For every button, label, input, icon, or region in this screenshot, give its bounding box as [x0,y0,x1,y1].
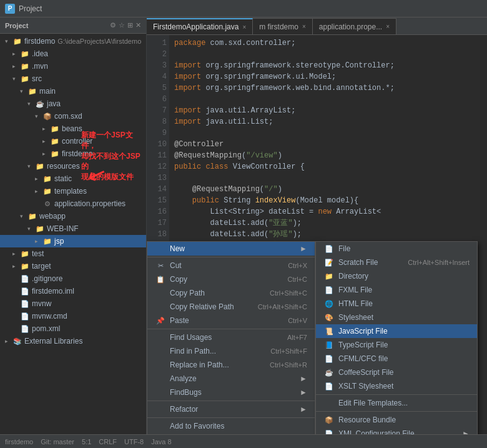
submenu-item-directory[interactable]: 📁 Directory [316,269,477,283]
submenu-label: Directory [338,272,470,281]
submenu-item-fxml[interactable]: 📄 FXML File [316,283,477,297]
tab-close-icon[interactable]: × [386,23,390,30]
separator [316,394,477,395]
tree-label: templates [54,187,87,196]
menu-item-copy-path[interactable]: Copy Path Ctrl+Shift+C [147,286,315,300]
submenu-item-javascript[interactable]: 📜 JavaScript File [316,324,477,338]
arrow-icon: ► [300,244,307,253]
arrow-icon: ► [300,405,307,414]
bottom-encoding[interactable]: UTF-8 [124,438,144,446]
tree-item-mvnw[interactable]: 📄 mvnw [0,297,146,310]
tree-item-resources[interactable]: ▾ 📁 resources [0,160,146,172]
submenu-item-html[interactable]: 🌐 HTML File [316,297,477,311]
submenu-item-file[interactable]: 📄 File [316,242,477,256]
menu-item-replace-in-path[interactable]: Replace in Path... Ctrl+Shift+R [147,358,315,372]
menu-item-refactor[interactable]: Refactor ► [147,402,315,416]
submenu-item-resource-bundle[interactable]: 📦 Resource Bundle [316,413,477,427]
submenu-label: XML Configuration File [338,429,460,434]
menu-item-copy-rel-path[interactable]: Copy Relative Path Ctrl+Alt+Shift+C [147,300,315,314]
folder-icon: 📁 [42,174,52,183]
submenu-item-edit-templates[interactable]: Edit File Templates... [316,396,477,410]
menu-item-analyze[interactable]: Analyze ► [147,372,315,386]
shortcut: Ctrl+X [288,262,307,269]
tree-item-controller[interactable]: ▸ 📁 controller [0,135,146,147]
submenu-item-typescript[interactable]: 📘 TypeScript File [316,338,477,352]
tab-label: FirstdemoApplication.java [153,22,239,31]
tree-item-iml[interactable]: 📄 firstdemo.iml [0,285,146,297]
submenu-item-scratch[interactable]: 📝 Scratch File Ctrl+Alt+Shift+Insert [316,256,477,269]
tab-close-icon[interactable]: × [242,24,246,31]
folder-icon: 📁 [20,74,30,83]
title-text: Project [19,4,42,13]
tree-item-app-props[interactable]: ⚙ application.properties [0,197,146,210]
menu-item-find-usages[interactable]: Find Usages Alt+F7 [147,331,315,344]
separator [147,401,315,401]
tab-firstdemo[interactable]: m firstdemo × [253,18,313,34]
menu-label: New [170,244,297,253]
tree-item-templates[interactable]: ▸ 📁 templates [0,185,146,197]
tree-arrow: ▸ [12,51,20,57]
tree-label: beans [62,124,82,133]
project-tree[interactable]: ▾ 📁 firstdemo G:\ideaProjects\A\firstdem… [0,34,146,434]
tab-app-props[interactable]: application.prope... × [313,18,396,34]
gear-icon[interactable]: ⚙ [110,21,116,29]
menu-item-show-thumbnails[interactable]: Show Image Thumbnails Ctrl+Shift+T [147,433,315,434]
separator [316,411,477,412]
star-icon[interactable]: ☆ [119,21,125,29]
panel-header: Project ⚙ ☆ ⊞ ✕ [0,17,146,34]
tree-label: application.properties [54,199,125,208]
tree-item-java[interactable]: ▾ ☕ java [0,97,146,110]
app-icon: P [5,4,15,14]
tree-item-beans[interactable]: ▸ 📁 beans [0,122,146,135]
cut-icon: ✂ [155,262,166,270]
tree-item-pom[interactable]: 📄 pom.xml [0,322,146,335]
tree-item-package[interactable]: ▾ 📦 com.sxd [0,110,146,122]
bottom-bar: firstdemo Git: master 5:1 CRLF UTF-8 Jav… [0,434,487,448]
project-panel: Project ⚙ ☆ ⊞ ✕ ▾ 📁 firstdemo G:\ideaPro… [0,17,147,434]
menu-item-new[interactable]: New ► [147,242,315,256]
tree-item-firstdemo-pkg[interactable]: ▸ 📁 firstdemo [0,147,146,160]
shortcut: Ctrl+Shift+C [270,289,307,297]
tree-item-gitignore[interactable]: 📄 .gitignore [0,272,146,285]
tree-item-mvnw-cmd[interactable]: 📄 mvnw.cmd [0,310,146,322]
tree-item-src[interactable]: ▾ 📁 src [0,72,146,85]
tab-firstdemo-java[interactable]: FirstdemoApplication.java × [147,18,253,34]
tree-item-main[interactable]: ▾ 📁 main [0,85,146,97]
tree-item-jsp[interactable]: ▸ 📁 jsp [0,235,146,247]
tree-item-static[interactable]: ▸ 📁 static [0,172,146,185]
menu-item-add-favorites[interactable]: Add to Favorites [147,419,315,433]
menu-item-findbugs[interactable]: FindBugs ► [147,386,315,399]
tree-item-webinf[interactable]: ▾ 📁 WEB-INF [0,222,146,235]
tree-item-target[interactable]: ▸ 📁 target [0,260,146,272]
css-icon: 🎨 [323,314,335,322]
tree-label: pom.xml [32,324,60,333]
tree-item-test[interactable]: ▸ 📁 test [0,247,146,260]
tree-item-mvn[interactable]: ▸ 📁 .mvn [0,60,146,72]
menu-item-copy[interactable]: 📋 Copy Ctrl+C [147,272,315,286]
close-icon[interactable]: ✕ [135,21,141,29]
tree-item-webapp[interactable]: ▾ 📁 webapp [0,210,146,222]
menu-label: Find in Path... [170,347,258,356]
folder-icon: 📁 [27,87,37,96]
menu-item-cut[interactable]: ✂ Cut Ctrl+X [147,259,315,272]
tree-item-idea[interactable]: ▸ 📁 .idea [0,47,146,60]
tree-arrow: ▾ [27,163,35,169]
folder-icon: 📁 [20,62,30,71]
menu-item-find-in-path[interactable]: Find in Path... Ctrl+Shift+F [147,344,315,358]
submenu-item-coffeescript[interactable]: ☕ CoffeeScript File [316,366,477,379]
tree-item-root[interactable]: ▾ 📁 firstdemo G:\ideaProjects\A\firstdem… [0,35,146,47]
bottom-project[interactable]: firstdemo [5,438,33,446]
bottom-git[interactable]: Git: master [41,438,74,446]
submenu-new[interactable]: 📄 File 📝 Scratch File Ctrl+Alt+Shift+Ins… [315,241,478,434]
submenu-item-xml-config[interactable]: 📄 XML Configuration File ► [316,427,477,434]
tab-close-icon[interactable]: × [302,23,306,30]
submenu-item-stylesheet[interactable]: 🎨 Stylesheet [316,311,477,324]
menu-item-paste[interactable]: 📌 Paste Ctrl+V [147,314,315,327]
submenu-item-cfml[interactable]: 📄 CFML/CFC file [316,352,477,366]
tree-item-ext-libs[interactable]: ▸ 📚 External Libraries [0,335,146,347]
submenu-item-xslt[interactable]: 📄 XSLT Stylesheet [316,379,477,393]
menu-label: FindBugs [170,388,297,397]
settings-icon[interactable]: ⊞ [127,21,133,29]
bottom-crlf[interactable]: CRLF [99,438,117,446]
context-menu-primary[interactable]: New ► ✂ Cut Ctrl+X 📋 Copy Ctrl+C [147,241,315,434]
